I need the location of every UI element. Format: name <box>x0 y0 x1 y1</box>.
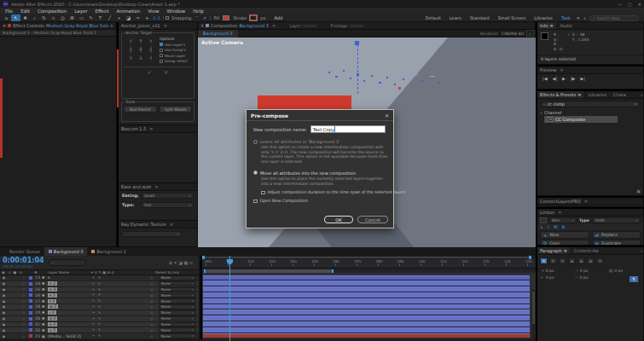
checkbox[interactable] <box>160 54 163 57</box>
expand-arrow-icon[interactable]: › <box>23 304 25 309</box>
panel-menu-icon[interactable]: ≡ <box>170 222 173 227</box>
align-button[interactable]: ≣ <box>568 257 576 264</box>
checkbox[interactable] <box>253 199 258 204</box>
layer-label-chip[interactable] <box>29 317 32 321</box>
effects-switch-icon[interactable]: ✎ <box>98 305 101 309</box>
parent-pickwhip-icon[interactable]: ◎ <box>150 316 154 321</box>
close-tab-icon[interactable]: ✕ <box>3 23 6 28</box>
layer-switches[interactable]: ✦ ✎ <box>92 305 101 309</box>
anchor-option-row[interactable]: Use Comp's <box>160 48 188 52</box>
workspace-tab[interactable]: Standard <box>470 15 490 20</box>
align-button[interactable]: ≡ <box>540 257 548 264</box>
workspace-tab[interactable]: Task <box>561 15 571 20</box>
checkbox[interactable] <box>160 49 163 52</box>
layer-name[interactable]: e 2 <box>48 322 57 327</box>
type-dropdown[interactable]: Out ∨ <box>142 202 194 208</box>
layer-row[interactable]: ◉ › 17 ✱ t 2 ✦ ✎ ◎ None ∨ <box>0 298 199 304</box>
tool-button[interactable]: ◪ <box>124 14 133 21</box>
cc-composite-row[interactable]: 16 CC Composite <box>544 116 618 123</box>
tab-overflow-icon[interactable]: » <box>641 92 643 97</box>
visibility-toggle-icon[interactable]: ◉ <box>0 322 8 327</box>
effects-switch-icon[interactable]: ✎ <box>98 282 101 286</box>
menu-item[interactable]: Animation <box>116 9 140 14</box>
limber-button[interactable]: ⇄ Replace <box>592 231 641 239</box>
anchor-option-row[interactable]: Group Select <box>160 59 188 63</box>
effects-presets-tab[interactable]: Effects & Presets ≡ <box>537 91 583 98</box>
ray-texture-dropdown[interactable]: ∨ <box>122 231 182 237</box>
effect-controls-tab-label[interactable]: Effect Controls <box>13 23 44 28</box>
layer-label-chip[interactable] <box>29 328 32 332</box>
quality-switch-icon[interactable]: ✦ <box>92 328 95 332</box>
scroll-cap[interactable] <box>202 256 205 259</box>
cancel-button[interactable]: Cancel <box>357 216 388 223</box>
timeline-tab[interactable]: Background 3 <box>44 247 88 256</box>
parent-dropdown[interactable]: None ∨ <box>159 333 196 338</box>
layer-duration-bar[interactable] <box>203 304 530 310</box>
minimize-button[interactable]: — <box>618 2 622 7</box>
dialog-titlebar[interactable]: Pre-compose ✕ <box>247 110 393 121</box>
expand-arrow-icon[interactable]: › <box>23 281 25 286</box>
stroke-color-swatch[interactable] <box>250 15 257 20</box>
time-ruler[interactable]: :00s01s02s03s04s05s06s07s08s09s10s11s12s… <box>202 259 536 269</box>
expand-arrow-icon[interactable]: › <box>23 322 25 327</box>
effects-switch-icon[interactable]: ✎ <box>98 322 101 326</box>
visibility-toggle-icon[interactable]: ◉ <box>0 293 8 298</box>
tool-button[interactable]: ✑ <box>133 14 142 21</box>
paragraph-field[interactable]: ⇤ 0 px <box>541 275 571 280</box>
work-area-bar[interactable] <box>204 269 334 273</box>
layer-row[interactable]: ◉ › 21 ✱ e 2 ✦ ✎ ◎ None ∨ <box>0 322 199 328</box>
layer-label-chip[interactable] <box>29 322 32 326</box>
scroll-cap[interactable] <box>529 256 531 259</box>
panel-menu-icon[interactable]: ≡ <box>577 92 581 97</box>
current-timecode[interactable]: 0:00:01:04 <box>3 257 44 264</box>
fill-label[interactable]: Fill <box>214 15 220 20</box>
timeline-track-area[interactable]: :00s01s02s03s04s05s06s07s08s09s10s11s12s… <box>202 256 536 341</box>
script-button[interactable]: Null Parent <box>124 106 157 113</box>
layer-row[interactable]: ◉ › 13 ✱ e ✦ ✎ ◎ None ∨ <box>0 275 199 281</box>
timeline-vertical-scrollbar[interactable] <box>531 290 536 341</box>
anchor-position-button[interactable]: ┼ <box>136 46 146 55</box>
anchor-position-button[interactable]: ┴ <box>136 55 146 65</box>
panel-menu-icon[interactable]: ≡ <box>110 23 113 28</box>
parent-pickwhip-icon[interactable]: ◎ <box>150 275 154 280</box>
limber-button[interactable]: ⧉ Copy <box>540 240 589 246</box>
layer-name[interactable]: [Mediu... Solid 2] <box>48 334 81 338</box>
leave-attributes-radio-row[interactable]: Leave all attributes in 'Background 3' <box>253 139 386 144</box>
layer-switches[interactable]: ✦ ✎ <box>92 311 101 315</box>
tool-button[interactable]: ✥ <box>20 14 30 21</box>
layer-name[interactable]: e 3 <box>48 287 57 292</box>
effects-search-field[interactable]: ⌕ cc comp ✕ <box>540 101 641 107</box>
tool-button[interactable]: ⌕ <box>30 14 39 21</box>
search-help-field[interactable]: ⌕ Search Help <box>589 15 639 21</box>
align-button[interactable]: ≡ <box>559 257 566 264</box>
menu-item[interactable]: Help <box>193 9 204 14</box>
parent-dropdown[interactable]: None ∨ <box>159 310 196 315</box>
parent-pickwhip-icon[interactable]: ◎ <box>150 287 154 292</box>
effects-switch-icon[interactable]: ✎ <box>98 293 101 297</box>
align-button[interactable]: ≣ <box>577 257 585 264</box>
quality-switch-icon[interactable]: ✦ <box>92 322 95 326</box>
panel-menu-icon[interactable]: ≡ <box>149 126 153 131</box>
layer-name-column[interactable]: Layer Name <box>48 270 69 275</box>
panel-menu-icon[interactable]: ≡ <box>154 184 158 189</box>
expand-arrow-icon[interactable]: › <box>23 299 25 303</box>
parent-pickwhip-icon[interactable]: ◎ <box>150 304 154 309</box>
menu-item[interactable]: Effect <box>96 9 109 14</box>
tool-button[interactable]: ⊞ <box>67 14 77 21</box>
snap-option2-icon[interactable]: ↗ <box>203 15 206 20</box>
visibility-toggle-icon[interactable]: ◉ <box>0 310 8 315</box>
anchor-option-row[interactable]: Use Layer's <box>160 43 188 47</box>
panel-menu-icon[interactable]: ≡ <box>564 248 567 253</box>
quality-switch-icon[interactable]: ✦ <box>92 293 95 297</box>
tool-button[interactable]: ⌖ <box>114 14 124 21</box>
composition-tab-label[interactable]: Composition <box>211 23 237 28</box>
footage-tab-label[interactable]: Footage <box>331 23 348 28</box>
parent-dropdown[interactable]: None ∨ <box>159 287 196 292</box>
tool-button[interactable]: ▭ <box>77 14 86 21</box>
tool-button[interactable]: T <box>96 14 105 21</box>
layer-row[interactable]: ◉ › 18 ✱ w 2 ✦ ✎ ◎ None ∨ <box>0 304 199 310</box>
anchor-position-button[interactable]: ┤ <box>146 46 156 55</box>
script-button[interactable]: Split Masks <box>160 106 193 113</box>
parent-dropdown[interactable]: None ∨ <box>159 275 196 280</box>
panel-menu-icon[interactable]: ≡ <box>584 199 588 204</box>
